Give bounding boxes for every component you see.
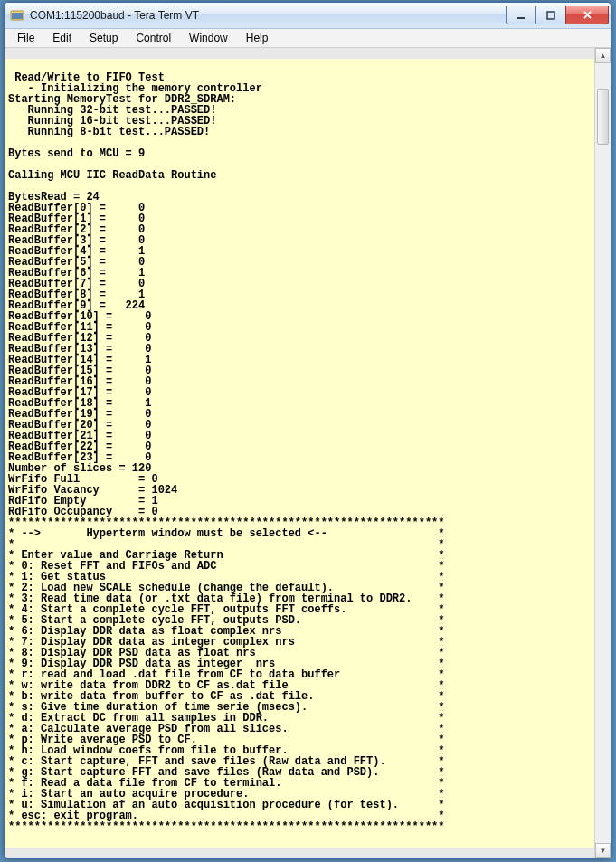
window-buttons	[507, 6, 609, 24]
terminal-area: Read/Write to FIFO Test - Initializing t…	[5, 48, 611, 858]
app-icon	[10, 8, 24, 23]
svg-rect-4	[547, 12, 554, 19]
minimize-button[interactable]	[506, 6, 536, 24]
scroll-thumb[interactable]	[597, 89, 609, 145]
menu-item-help[interactable]: Help	[237, 30, 278, 46]
menu-bar: FileEditSetupControlWindowHelp	[5, 29, 611, 48]
maximize-button[interactable]	[535, 6, 566, 24]
title-bar[interactable]: COM1:115200baud - Tera Term VT	[5, 3, 611, 29]
terminal-output[interactable]: Read/Write to FIFO Test - Initializing t…	[5, 59, 594, 848]
menu-item-edit[interactable]: Edit	[43, 30, 81, 46]
scroll-down-button[interactable]: ▼	[595, 843, 611, 858]
svg-rect-3	[517, 17, 525, 19]
app-window: COM1:115200baud - Tera Term VT FileEditS…	[4, 2, 611, 859]
window-title: COM1:115200baud - Tera Term VT	[30, 9, 507, 22]
menu-item-control[interactable]: Control	[127, 30, 180, 46]
menu-item-window[interactable]: Window	[180, 30, 237, 46]
svg-rect-2	[13, 14, 22, 14]
scroll-up-button[interactable]: ▲	[595, 48, 611, 63]
close-button[interactable]	[565, 6, 609, 24]
vertical-scrollbar[interactable]: ▲ ▼	[594, 48, 611, 858]
menu-item-setup[interactable]: Setup	[81, 30, 127, 46]
menu-item-file[interactable]: File	[8, 30, 43, 46]
